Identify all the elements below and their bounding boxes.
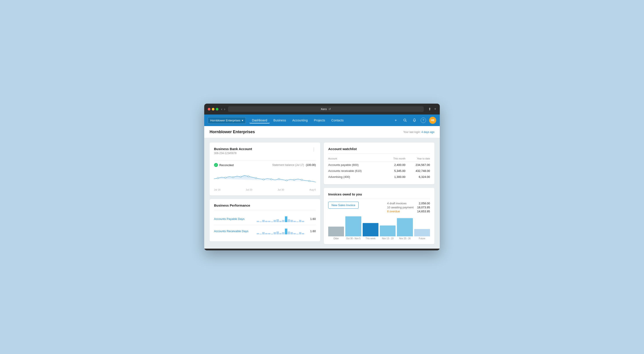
maximize-button[interactable]: [216, 108, 218, 111]
search-icon[interactable]: [402, 117, 408, 123]
nav-link-projects[interactable]: Projects: [311, 117, 328, 123]
app-container: Hornblower Enterprises ▾ Dashboard Busin…: [204, 115, 440, 249]
share-icon[interactable]: ⬆: [428, 107, 431, 111]
watchlist-ytd-3: 6,324.00: [406, 174, 430, 180]
close-button[interactable]: [208, 108, 210, 111]
invoices-title: Invoices owed to you: [328, 192, 430, 196]
chart-labels: Jul 16 Jul 23 Jul 30 Aug 6: [214, 188, 316, 191]
bar-col: [380, 225, 396, 236]
reconciled-row: ✓ Reconciled Statement balance (Jul 17) …: [214, 163, 316, 167]
draft-value: 2,058.00: [419, 202, 430, 205]
bar-label: Nov 20 - 26: [397, 237, 413, 240]
overdue-label: 8 overdue: [387, 210, 400, 213]
ap-days-chart: [257, 215, 304, 222]
watchlist-title: Account watchlist: [328, 147, 430, 151]
watchlist-table: Account This month Year to date Accounts…: [328, 156, 430, 180]
awaiting-label: 10 awaiting payment: [387, 206, 414, 209]
nav-links: Dashboard Business Accounting Projects C…: [249, 117, 393, 123]
chart-label-4: Aug 6: [309, 188, 316, 191]
bar-col: [345, 216, 361, 236]
nav-arrows: ‹ ›: [221, 107, 225, 111]
invoices-card: Invoices owed to you New Sales Invoice 4…: [324, 188, 434, 244]
ar-days-row: Accounts Receivable Days 1.60: [214, 225, 316, 237]
page-header: Hornblower Enterprises Your last login: …: [204, 126, 440, 138]
svg-point-6: [248, 176, 249, 177]
back-arrow[interactable]: ‹: [221, 107, 222, 111]
svg-point-14: [309, 180, 310, 182]
nav-link-dashboard[interactable]: Dashboard: [249, 117, 270, 123]
stat-awaiting: 10 awaiting payment 18,073.95: [387, 206, 430, 209]
watchlist-col-ytd: Year to date: [406, 156, 430, 162]
main-content: Business Bank Account 306-234-12345678 ⋮…: [204, 138, 440, 249]
svg-point-9: [270, 179, 272, 180]
more-options-icon[interactable]: ⋮: [312, 147, 316, 152]
browser-chrome: ‹ › Xero ↺ ⬆ +: [204, 104, 440, 115]
svg-point-5: [240, 176, 242, 177]
watchlist-col-account: Account: [328, 156, 385, 162]
invoice-bar: [363, 223, 378, 236]
notifications-icon[interactable]: [411, 117, 418, 123]
watchlist-col-month: This month: [385, 156, 405, 162]
top-nav: Hornblower Enterprises ▾ Dashboard Busin…: [204, 115, 440, 126]
bar-col: [397, 218, 413, 236]
chart-label-2: Jul 23: [246, 188, 252, 191]
bar-label: Future: [414, 237, 430, 240]
card-divider: [214, 160, 316, 160]
org-selector[interactable]: Hornblower Enterprises ▾: [208, 117, 246, 124]
svg-point-10: [278, 178, 280, 180]
svg-point-11: [286, 180, 287, 181]
address-bar[interactable]: Xero ↺: [228, 106, 424, 112]
watchlist-card: Account watchlist Account This month Yea…: [324, 143, 434, 184]
add-button[interactable]: +: [393, 117, 399, 123]
chart-label-3: Jul 30: [278, 188, 284, 191]
new-tab-icon[interactable]: +: [434, 107, 436, 111]
reload-icon[interactable]: ↺: [328, 107, 331, 111]
svg-point-12: [293, 179, 295, 181]
overdue-value: 14,653.95: [417, 210, 430, 213]
ar-days-chart: [257, 228, 304, 234]
watchlist-ytd-2: 432,748.00: [406, 168, 430, 174]
statement-balance: Statement balance (Jul 17) (100.00): [272, 163, 316, 167]
draft-label: 4 draft invoices: [387, 202, 406, 205]
invoices-top: New Sales Invoice 4 draft invoices 2,058…: [328, 202, 430, 214]
chart-label-1: Jul 16: [214, 188, 220, 191]
new-sales-invoice-button[interactable]: New Sales Invoice: [328, 202, 359, 209]
watchlist-account-3: Advertising (400): [328, 174, 385, 180]
statement-label: Statement balance (Jul 17): [272, 163, 304, 167]
bar-chart-labels: OlderOct 30 - Nov 5This weekNov 13 - 19N…: [328, 237, 430, 240]
svg-line-1: [406, 121, 407, 122]
stat-overdue: 8 overdue 14,653.95: [387, 210, 430, 213]
bank-account-card: Business Bank Account 306-234-12345678 ⋮…: [210, 143, 320, 195]
help-icon[interactable]: ?: [421, 118, 426, 123]
nav-link-contacts[interactable]: Contacts: [329, 117, 346, 123]
last-login: Your last login: 4 days ago: [403, 131, 434, 134]
ar-days-label[interactable]: Accounts Receivable Days: [214, 229, 254, 233]
watchlist-month-1: 2,400.00: [385, 162, 405, 168]
minimize-button[interactable]: [212, 108, 214, 111]
browser-bottom-bar: [204, 249, 440, 250]
avatar[interactable]: HE: [429, 117, 436, 124]
invoice-bar: [414, 229, 430, 236]
stat-draft: 4 draft invoices 2,058.00: [387, 202, 430, 205]
bar-label: Oct 30 - Nov 5: [345, 237, 361, 240]
left-column: Business Bank Account 306-234-12345678 ⋮…: [210, 143, 320, 244]
bank-chart: [214, 169, 316, 187]
invoices-bar-chart: [328, 216, 430, 236]
check-circle-icon: ✓: [214, 163, 218, 167]
watchlist-divider: [328, 153, 430, 154]
svg-point-4: [232, 177, 234, 178]
nav-link-business[interactable]: Business: [271, 117, 289, 123]
ap-days-label[interactable]: Accounts Payable Days: [214, 217, 254, 221]
bar-label: Nov 13 - 19: [380, 237, 396, 240]
right-column: Account watchlist Account This month Yea…: [324, 143, 434, 244]
svg-point-7: [255, 177, 257, 179]
invoice-bar: [380, 225, 396, 236]
forward-arrow[interactable]: ›: [224, 107, 225, 111]
watchlist-account-1: Accounts payable (800): [328, 162, 385, 168]
last-login-link[interactable]: 4 days ago: [421, 131, 434, 134]
watchlist-ytd-1: 234,567.00: [406, 162, 430, 168]
browser-window: ‹ › Xero ↺ ⬆ + Hornblower Enterprises ▾ …: [204, 104, 440, 250]
nav-link-accounting[interactable]: Accounting: [290, 117, 310, 123]
invoice-stats: 4 draft invoices 2,058.00 10 awaiting pa…: [387, 202, 430, 214]
invoice-bar: [328, 227, 344, 236]
